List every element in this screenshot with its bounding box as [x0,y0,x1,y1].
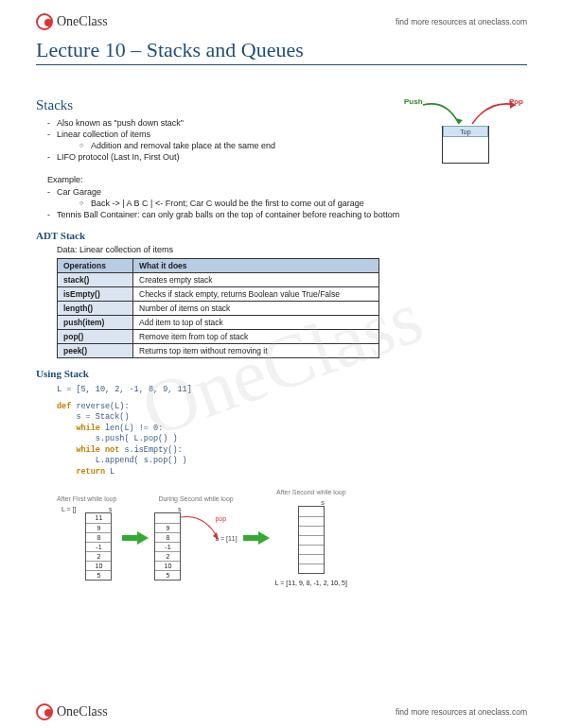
sub-bullet-item: Back -> | A B C | <- Front; Car C would … [79,198,527,209]
table-row: stack()Creates empty stack [58,273,379,287]
table-row: peek()Returns top item without removing … [58,344,379,358]
table-header: What it does [133,259,379,273]
brand-name: OneClass [57,704,108,719]
code-function: def reverse(L): s = Stack() while len(L)… [57,402,527,477]
table-row: isEmpty()Checks if stack empty, returns … [58,287,379,302]
stacks-section: Stacks Also known as "push down stack" L… [36,92,527,167]
desc-cell: Creates empty stack [133,273,379,287]
mini-stack: 11 9 8 -1 2 10 5 [85,512,112,581]
svg-marker-2 [213,532,219,540]
stack-cell [299,516,324,526]
stack-cell [299,563,324,573]
stack-diagram: Push Pop Top [395,92,527,167]
stack-cell [299,545,324,554]
bullet-item: Tennis Ball Container: can only grab bal… [47,209,527,220]
stack-cell: -1 [86,542,111,551]
stack-cell: 8 [86,532,111,542]
page-footer: OneClass find more resources at oneclass… [36,703,527,720]
loop-col-3: After Second while loop s L = [11, 9, 8 [275,489,347,586]
sub-bullet-item: Addition and removal take place at the s… [79,140,385,151]
op-cell: length() [58,302,133,316]
svg-marker-0 [455,118,463,124]
stack-cell: 10 [155,561,180,570]
loop-diagram: After First while loop L = [] s 11 9 8 -… [57,489,527,586]
bullet-text: Car Garage [57,187,101,197]
op-cell: isEmpty() [58,287,133,302]
desc-cell: Number of items on stack [133,302,379,316]
stack-cell: 5 [155,570,180,580]
stack-box: Top [442,126,489,164]
stack-cell: 11 [86,513,111,523]
loop-title: After First while loop [57,495,116,502]
desc-cell: Checks if stack empty, returns Boolean v… [133,287,379,302]
stack-cell [299,554,324,563]
stack-cell [299,507,324,516]
svg-marker-1 [510,101,516,109]
stack-top-cell: Top [443,126,488,137]
s-label: s [154,506,181,512]
desc-cell: Add item to top of stack [133,316,379,330]
desc-cell: Remove item from top of stack [133,330,379,344]
page-header: OneClass find more resources at oneclass… [36,13,527,30]
l-label: L = [] [62,506,77,512]
table-row: pop()Remove item from top of stack [58,330,379,344]
bullet-text: Linear collection of items [57,130,150,139]
page-container: OneClass find more resources at oneclass… [0,0,563,596]
s-label: s [85,506,112,512]
logo-icon [36,703,53,720]
op-cell: push(item) [58,316,133,330]
brand-logo: OneClass [36,13,108,30]
desc-cell: Returns top item without removing it [133,344,379,358]
loop-title: During Second while loop [158,495,233,502]
logo-icon [36,13,53,30]
table-row: length()Number of items on stack [58,302,379,316]
header-link[interactable]: find more resources at oneclass.com [396,17,527,26]
page-title: Lecture 10 – Stacks and Queues [36,38,527,65]
op-cell: peek() [58,344,133,358]
adt-data-label: Data: Linear collection of items [57,245,527,254]
result-label: L = [11, 9, 8, -1, 2, 10, 5] [275,580,347,586]
s-label: s [298,499,325,506]
op-cell: stack() [58,273,133,287]
stack-cell: 2 [155,551,180,561]
footer-link[interactable]: find more resources at oneclass.com [396,707,527,717]
stacks-bullets: Also known as "push down stack" Linear c… [36,117,385,164]
operations-table: Operations What it does stack()Creates e… [57,258,379,358]
mini-stack [298,506,325,574]
stack-cell: 10 [86,561,111,570]
table-header: Operations [58,259,133,273]
bullet-item: Also known as "push down stack" [47,117,385,129]
example-label: Example: [47,175,527,184]
bullet-item: Car Garage Back -> | A B C | <- Front; C… [47,186,527,209]
stacks-heading: Stacks [36,97,385,113]
example-bullets: Car Garage Back -> | A B C | <- Front; C… [36,186,527,220]
bullet-item: Linear collection of items Addition and … [47,129,385,151]
loop-col-2: During Second while loop s 9 8 -1 2 10 5 [154,495,237,581]
stack-cell: 9 [86,523,111,532]
code-list-def: L = [5, 10, 2, -1, 8, 9, 11] [57,385,527,395]
loop-title: After Second while loop [276,489,346,495]
loop-col-1: After First while loop L = [] s 11 9 8 -… [57,495,116,581]
arrow-right-icon [243,531,270,545]
stack-cell [299,526,324,535]
brand-name: OneClass [57,14,108,29]
brand-logo: OneClass [36,703,108,720]
stack-cell: 2 [86,551,111,561]
op-cell: pop() [58,330,133,344]
arrow-right-icon [122,531,149,545]
table-row: push(item)Add item to top of stack [58,316,379,330]
stack-cell: 5 [86,570,111,580]
table-header-row: Operations What it does [58,259,379,273]
pop-arrow-icon [177,513,224,551]
bullet-item: LIFO protocol (Last In, First Out) [47,151,385,163]
using-heading: Using Stack [36,368,527,379]
adt-heading: ADT Stack [36,230,527,241]
stack-cell [299,535,324,545]
